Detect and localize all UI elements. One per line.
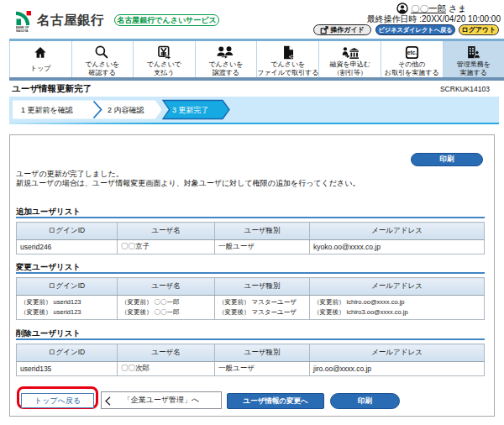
svg-text:2 内容確認: 2 内容確認 bbox=[108, 106, 144, 114]
svg-text:etc.: etc. bbox=[407, 50, 417, 55]
svg-text:1 更新前を確認: 1 更新前を確認 bbox=[21, 106, 73, 114]
svg-text:NAGOYA: NAGOYA bbox=[16, 29, 29, 32]
svg-text:3 更新完了: 3 更新完了 bbox=[172, 106, 209, 114]
